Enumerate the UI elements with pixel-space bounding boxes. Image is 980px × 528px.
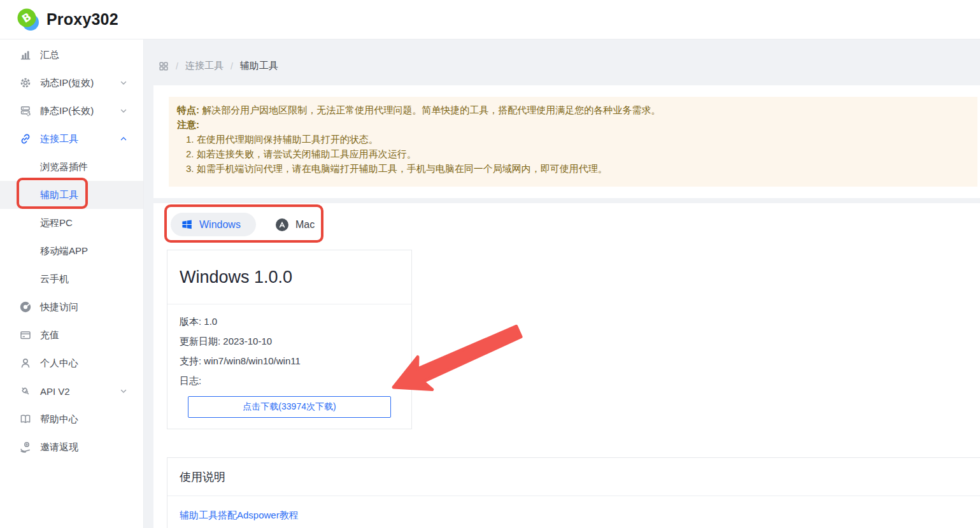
- sidebar-item-quick-access[interactable]: 快捷访问: [0, 293, 143, 321]
- top-bar: B Proxy302: [0, 0, 980, 39]
- support-line: 支持: win7/win8/win10/win11: [180, 355, 399, 367]
- version-line: 版本: 1.0: [180, 315, 399, 327]
- chevron-down-icon: [120, 107, 127, 115]
- tab-mac[interactable]: Mac: [275, 218, 315, 232]
- sidebar: 汇总 动态IP(短效) 静态IP(长效) 连接工具 浏览器插件 辅助工具 远程P…: [0, 39, 144, 528]
- sidebar-item-dynamic-ip[interactable]: 动态IP(短效): [0, 69, 143, 97]
- notice-note-1: 1. 在使用代理期间保持辅助工具打开的状态。: [177, 132, 967, 146]
- sidebar-item-label: 静态IP(长效): [40, 105, 94, 117]
- breadcrumb: / 连接工具 / 辅助工具: [159, 60, 278, 72]
- sidebar-item-label: 远程PC: [40, 217, 73, 229]
- plug-icon: [19, 385, 32, 397]
- breadcrumb-item-connection-tools[interactable]: 连接工具: [185, 60, 224, 72]
- sidebar-item-remote-pc[interactable]: 远程PC: [0, 209, 143, 237]
- sidebar-item-label: 浏览器插件: [40, 161, 88, 173]
- sidebar-item-mobile-app[interactable]: 移动端APP: [0, 237, 143, 265]
- brand-logo[interactable]: B Proxy302: [15, 7, 118, 32]
- sidebar-item-personal-center[interactable]: 个人中心: [0, 349, 143, 377]
- sidebar-item-summary[interactable]: 汇总: [0, 41, 143, 69]
- sidebar-item-static-ip[interactable]: 静态IP(长效): [0, 97, 143, 125]
- sidebar-item-help-center[interactable]: 帮助中心: [0, 405, 143, 433]
- tab-windows[interactable]: Windows: [171, 213, 256, 236]
- download-card-title: Windows 1.0.0: [180, 268, 292, 287]
- sidebar-item-label: 云手机: [40, 273, 69, 285]
- usage-body: 辅助工具搭配Adspower教程: [167, 496, 980, 528]
- download-button[interactable]: 点击下载(33974次下载): [188, 396, 391, 418]
- sidebar-item-label: 动态IP(短效): [40, 77, 94, 89]
- sidebar-item-label: 邀请返现: [40, 441, 78, 453]
- notice-feature-text: 解决部分用户因地区限制，无法正常使用代理问题。简单快捷的工具，搭配代理使用满足您…: [202, 104, 660, 115]
- compass-icon: [19, 301, 32, 313]
- chevron-down-icon: [120, 387, 127, 395]
- sidebar-item-label: 汇总: [40, 49, 59, 61]
- breadcrumb-separator: /: [176, 61, 178, 71]
- usage-title: 使用说明: [167, 458, 980, 496]
- notice-note-2: 2. 如若连接失败，请尝试关闭辅助工具应用再次运行。: [177, 146, 967, 161]
- sidebar-item-helper-tool[interactable]: 辅助工具: [0, 181, 143, 209]
- apple-appstore-icon: [275, 218, 289, 232]
- hand-money-icon: [19, 441, 32, 453]
- main-content: / 连接工具 / 辅助工具 特点: 解决部分用户因地区限制，无法正常使用代理问题…: [144, 39, 980, 528]
- notice-banner: 特点: 解决部分用户因地区限制，无法正常使用代理问题。简单快捷的工具，搭配代理使…: [169, 97, 977, 187]
- sidebar-item-label: 个人中心: [40, 357, 78, 369]
- link-icon: [19, 132, 32, 145]
- user-icon: [19, 357, 32, 369]
- usage-card: 使用说明 辅助工具搭配Adspower教程: [167, 457, 980, 528]
- sidebar-item-cloud-phone[interactable]: 云手机: [0, 265, 143, 293]
- sidebar-item-recharge[interactable]: 充值: [0, 321, 143, 349]
- content-card: Windows Mac Windows 1.0.0 版本: 1.0 更新日期: …: [153, 203, 980, 528]
- sidebar-item-invite-rebate[interactable]: 邀请返现: [0, 433, 143, 461]
- breadcrumb-separator: /: [231, 61, 233, 71]
- sidebar-item-label: 连接工具: [40, 133, 78, 145]
- download-card-header: Windows 1.0.0: [167, 250, 411, 304]
- chevron-down-icon: [120, 79, 127, 87]
- tab-mac-label: Mac: [295, 219, 315, 231]
- windows-logo-icon: [181, 218, 193, 231]
- sidebar-item-api-v2[interactable]: API V2: [0, 377, 143, 405]
- sidebar-item-label: 辅助工具: [40, 189, 78, 201]
- brand-name: Proxy302: [46, 10, 118, 29]
- gear-icon: [19, 76, 32, 89]
- notice-note-3: 3. 如需手机端访问代理，请在电脑端打开辅助工具，手机与电脑在同一个局域网内，即…: [177, 161, 967, 176]
- chevron-up-icon: [120, 135, 127, 143]
- sidebar-item-label: 移动端APP: [40, 245, 88, 257]
- notice-card: 特点: 解决部分用户因地区限制，无法正常使用代理问题。简单快捷的工具，搭配代理使…: [153, 85, 980, 198]
- tab-windows-label: Windows: [199, 219, 241, 231]
- download-card-body: 版本: 1.0 更新日期: 2023-10-10 支持: win7/win8/w…: [167, 304, 411, 418]
- grid-icon[interactable]: [159, 61, 169, 71]
- breadcrumb-item-helper-tool: 辅助工具: [240, 60, 278, 72]
- update-date-line: 更新日期: 2023-10-10: [180, 335, 399, 347]
- download-card: Windows 1.0.0 版本: 1.0 更新日期: 2023-10-10 支…: [167, 250, 412, 429]
- platform-tabs: Windows Mac: [171, 213, 315, 236]
- credit-card-icon: [19, 329, 32, 341]
- log-line: 日志:: [180, 375, 399, 387]
- notice-note-label: 注意:: [177, 117, 967, 132]
- sidebar-item-label: 充值: [40, 329, 59, 341]
- sidebar-item-label: 帮助中心: [40, 413, 78, 425]
- sidebar-item-connection-tools[interactable]: 连接工具: [0, 125, 143, 153]
- bar-chart-icon: [19, 48, 32, 61]
- proxy302-logo-icon: B: [15, 7, 41, 32]
- notice-feature-label: 特点:: [177, 104, 199, 115]
- notice-feature-line: 特点: 解决部分用户因地区限制，无法正常使用代理问题。简单快捷的工具，搭配代理使…: [177, 103, 967, 117]
- sidebar-item-label: 快捷访问: [40, 301, 78, 313]
- server-gear-icon: [19, 104, 32, 117]
- adspower-tutorial-link[interactable]: 辅助工具搭配Adspower教程: [180, 510, 299, 520]
- sidebar-item-label: API V2: [40, 386, 70, 397]
- book-icon: [19, 413, 32, 425]
- sidebar-item-browser-plugin[interactable]: 浏览器插件: [0, 153, 143, 181]
